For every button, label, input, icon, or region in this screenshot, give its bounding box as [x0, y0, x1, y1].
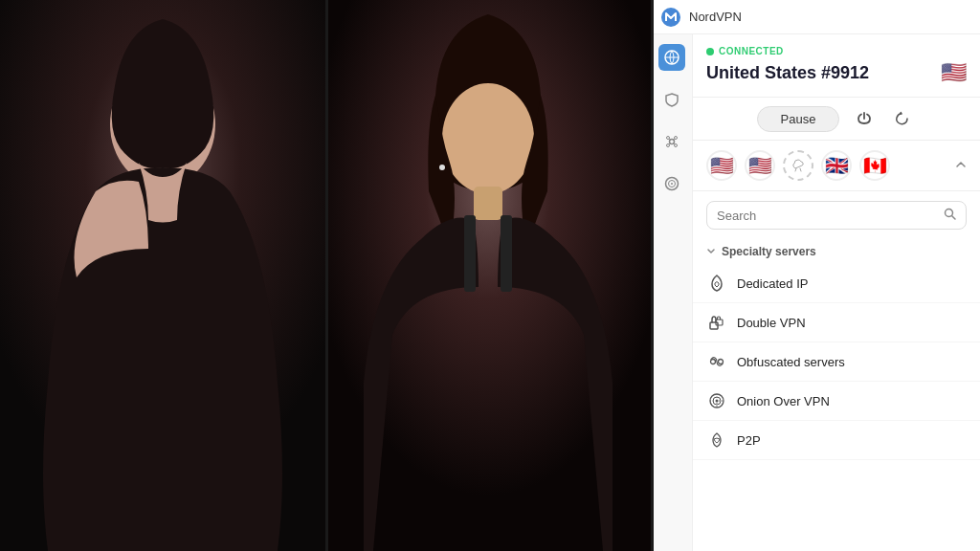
- photo-left: [0, 0, 325, 551]
- svg-line-20: [669, 143, 670, 144]
- photo-middle: [325, 0, 651, 551]
- svg-line-18: [669, 140, 670, 141]
- right-panel: CONNECTED United States #9912 🇺🇸 Pause: [693, 34, 980, 551]
- server-name-text: United States #9912: [706, 63, 869, 83]
- divider-right: [651, 0, 654, 551]
- status-dot: [706, 48, 714, 55]
- dedicated-ip-label: Dedicated IP: [737, 276, 808, 291]
- power-button[interactable]: [851, 105, 878, 132]
- svg-point-24: [671, 183, 673, 185]
- sidebar-icon-shield[interactable]: [658, 86, 685, 113]
- server-item-onion[interactable]: Onion Over VPN: [693, 382, 980, 421]
- svg-line-21: [673, 143, 674, 144]
- flag-ghost[interactable]: [783, 150, 813, 181]
- flag-gb[interactable]: 🇬🇧: [821, 150, 852, 181]
- status-text: CONNECTED: [719, 46, 784, 56]
- svg-line-26: [952, 216, 956, 220]
- divider-left: [325, 0, 328, 551]
- sidebar-icon-target[interactable]: [658, 170, 685, 197]
- search-bar: [706, 201, 967, 230]
- svg-point-14: [666, 137, 669, 140]
- svg-point-3: [442, 83, 534, 194]
- svg-point-15: [674, 137, 677, 140]
- sidebar-icons: [651, 34, 693, 551]
- server-flag: 🇺🇸: [941, 60, 967, 85]
- p2p-icon: [706, 430, 727, 451]
- search-icon: [944, 208, 956, 223]
- server-name-row: United States #9912 🇺🇸: [706, 60, 967, 85]
- title-bar: NordVPN: [651, 0, 980, 34]
- obfuscated-label: Obfuscated servers: [737, 355, 845, 369]
- svg-rect-5: [464, 215, 476, 292]
- search-input[interactable]: [717, 209, 936, 223]
- svg-rect-4: [474, 187, 502, 220]
- sidebar-icon-nodes[interactable]: [658, 128, 685, 155]
- svg-point-17: [674, 144, 677, 147]
- main-content: CONNECTED United States #9912 🇺🇸 Pause: [651, 34, 980, 551]
- connection-section: CONNECTED United States #9912 🇺🇸: [693, 34, 980, 98]
- flag-us-1[interactable]: 🇺🇸: [706, 150, 737, 181]
- flag-ca[interactable]: 🇨🇦: [859, 150, 890, 181]
- svg-rect-6: [501, 215, 512, 292]
- server-item-obfuscated[interactable]: Obfuscated servers: [693, 342, 980, 382]
- server-item-dedicated-ip[interactable]: Dedicated IP: [693, 264, 980, 303]
- obfuscated-icon: [706, 351, 727, 372]
- svg-point-7: [439, 165, 445, 170]
- nordvpn-panel: NordVPN: [651, 0, 980, 551]
- refresh-button[interactable]: [889, 105, 916, 132]
- svg-point-29: [711, 360, 716, 364]
- sidebar-icon-globe[interactable]: [658, 44, 685, 71]
- double-vpn-icon: [706, 312, 727, 333]
- nord-logo: [660, 7, 681, 28]
- onion-icon: [706, 390, 727, 411]
- pause-button[interactable]: Pause: [757, 106, 840, 132]
- app-title: NordVPN: [689, 10, 970, 24]
- chevron-icon: [706, 246, 716, 257]
- connection-status: CONNECTED: [706, 46, 967, 56]
- onion-label: Onion Over VPN: [737, 394, 830, 408]
- server-item-p2p[interactable]: P2P: [693, 421, 980, 460]
- dedicated-ip-icon: [706, 273, 727, 294]
- svg-point-16: [666, 144, 669, 147]
- specialty-section-label: Specialty servers: [722, 245, 816, 258]
- flag-us-2[interactable]: 🇺🇸: [745, 150, 775, 181]
- svg-point-30: [719, 360, 724, 364]
- svg-line-19: [673, 140, 674, 141]
- quick-connect-flags: 🇺🇸 🇺🇸 🇬🇧 🇨🇦: [693, 141, 980, 191]
- specialty-section-header: Specialty servers: [693, 239, 980, 264]
- p2p-label: P2P: [737, 433, 761, 448]
- collapse-flags-button[interactable]: [955, 159, 967, 173]
- pause-controls: Pause: [693, 98, 980, 141]
- server-list: Specialty servers Dedicated IP: [693, 239, 980, 551]
- double-vpn-label: Double VPN: [737, 316, 806, 330]
- server-item-double-vpn[interactable]: Double VPN: [693, 303, 980, 342]
